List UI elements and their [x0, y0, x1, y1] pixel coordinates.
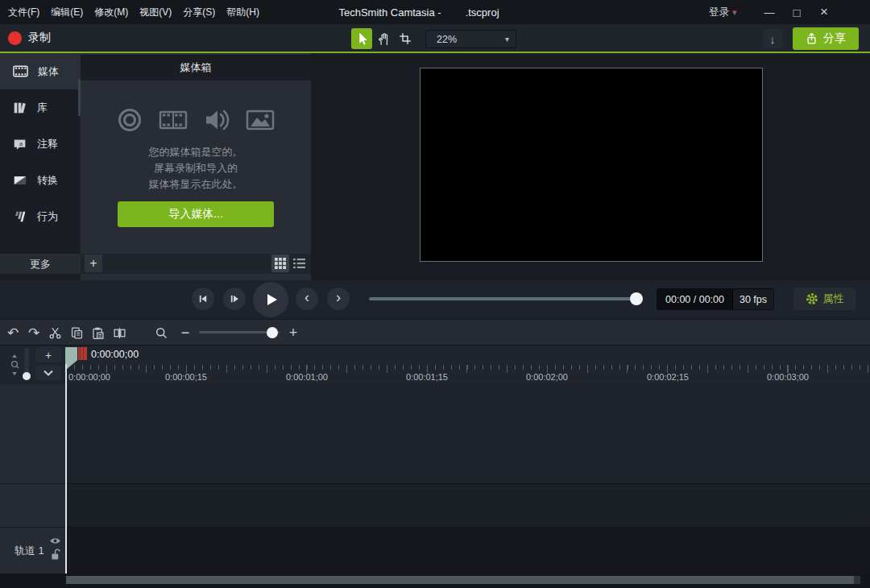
play-button[interactable]	[253, 282, 288, 317]
behavior-icon	[12, 209, 28, 225]
track-lock-icon[interactable]	[51, 549, 60, 561]
cut-button[interactable]	[45, 323, 64, 342]
track1-header[interactable]: 轨道 1	[0, 527, 66, 574]
cursor-tool-button[interactable]	[351, 28, 372, 49]
image-media-icon	[245, 106, 276, 135]
playhead-line[interactable]	[65, 364, 67, 574]
track-gutter-upper	[0, 385, 66, 483]
zoom-fit-icon[interactable]	[8, 354, 21, 376]
plus-icon: +	[289, 325, 298, 342]
close-button[interactable]: ×	[810, 0, 838, 24]
timeline-tracks: 轨道 1	[0, 385, 870, 574]
minimize-button[interactable]: —	[756, 0, 783, 24]
redo-button[interactable]: ↷	[24, 323, 44, 342]
sidebar-item-library[interactable]: 库	[0, 89, 81, 126]
timeline-ruler-area: + 0:00:00;00 0:00:00;00 0:00:00;15 0:00:…	[0, 345, 870, 385]
seek-slider[interactable]	[369, 297, 641, 300]
timeline-zoom-button[interactable]	[151, 323, 171, 342]
share-button[interactable]: 分享	[793, 27, 859, 50]
empty-line-3: 媒体将显示在此处。	[81, 176, 311, 193]
time-display: 00:00 / 00:00	[657, 288, 732, 310]
paste-icon	[91, 326, 105, 340]
track1-name[interactable]: 轨道 1	[14, 544, 44, 558]
add-media-button[interactable]: +	[85, 255, 102, 272]
menu-view[interactable]: 视图(V)	[134, 0, 177, 24]
chevron-left-icon: ‹	[304, 289, 309, 306]
sidebar-item-media[interactable]: 媒体	[0, 53, 81, 89]
playback-bar: ‹ › 00:00 / 00:00 30 fps 属性	[0, 280, 870, 319]
magnifier-icon	[155, 326, 168, 340]
timeline-zoom-out-button[interactable]: −	[176, 323, 195, 342]
sidebar-item-label: 库	[37, 101, 48, 115]
hscroll-thumb[interactable]	[66, 576, 854, 584]
zoom-caret-icon: ▾	[505, 35, 509, 43]
timeline-zoom-in-button[interactable]: +	[284, 323, 303, 342]
media-icon	[12, 63, 29, 80]
quick-export-button[interactable]: ↓	[763, 29, 782, 48]
previous-frame-button[interactable]	[192, 288, 214, 310]
jump-back-button[interactable]: ‹	[296, 288, 318, 310]
preview-canvas[interactable]	[420, 68, 763, 262]
track1-lane[interactable]	[66, 527, 870, 574]
menu-share[interactable]: 分享(S)	[177, 0, 221, 24]
playhead-flag-red[interactable]	[78, 347, 87, 360]
empty-line-2: 屏幕录制和导入的	[81, 160, 311, 176]
annotation-icon: a	[12, 136, 28, 152]
track-height-thumb[interactable]	[23, 372, 31, 380]
more-label: 更多	[30, 257, 51, 271]
track-lane-upper[interactable]	[66, 385, 870, 483]
add-track-button[interactable]: +	[35, 347, 61, 362]
hand-icon	[376, 31, 391, 46]
menu-help[interactable]: 帮助(H)	[221, 0, 265, 24]
copy-button[interactable]	[67, 323, 86, 342]
sidebar-item-behaviors[interactable]: 行为	[0, 198, 81, 234]
grid-view-button[interactable]	[271, 255, 289, 272]
pan-tool-button[interactable]	[373, 28, 394, 49]
plus-icon: +	[89, 256, 97, 271]
menu-file[interactable]: 文件(F)	[2, 0, 45, 24]
share-icon	[806, 32, 818, 45]
maximize-button[interactable]: □	[783, 0, 810, 24]
plus-icon: +	[45, 349, 52, 362]
sidebar-item-label: 注释	[37, 137, 58, 151]
window-title-project: .tscproj	[466, 6, 499, 19]
timeline-zoom-thumb[interactable]	[267, 327, 278, 338]
split-button[interactable]	[110, 323, 129, 342]
import-media-button[interactable]: 导入媒体...	[118, 201, 274, 227]
chevron-right-icon: ›	[336, 289, 341, 306]
editor-stage	[311, 53, 870, 280]
jump-forward-button[interactable]: ›	[327, 288, 350, 310]
seek-slider-thumb[interactable]	[630, 292, 643, 305]
collapse-tracks-button[interactable]	[35, 365, 61, 380]
login-button[interactable]: 登录	[709, 6, 729, 19]
minus-icon: −	[181, 325, 190, 342]
media-bin-panel: 媒体箱	[81, 53, 311, 280]
share-label: 分享	[823, 31, 846, 46]
ruler-label: 0:00:02;00	[526, 372, 568, 382]
properties-button[interactable]: 属性	[793, 288, 856, 310]
undo-button[interactable]: ↶	[3, 323, 23, 342]
track-lane-middle[interactable]	[66, 483, 870, 527]
ruler-label: 0:00:03;00	[767, 372, 809, 382]
sidebar-item-label: 媒体	[38, 64, 59, 79]
fps-display: 30 fps	[732, 288, 773, 310]
menu-modify[interactable]: 修改(M)	[89, 0, 134, 24]
record-button[interactable]: 录制	[8, 24, 51, 52]
media-bin-empty-text: 您的媒体箱是空的。 屏幕录制和导入的 媒体将显示在此处。	[81, 144, 311, 193]
track-visibility-icon[interactable]	[49, 536, 61, 545]
paste-button[interactable]	[88, 323, 107, 342]
sidebar-more-button[interactable]: 更多	[0, 254, 81, 274]
sidebar-item-transitions[interactable]: 转换	[0, 162, 81, 198]
canvas-zoom-dropdown[interactable]: 22% ▾	[425, 30, 516, 48]
step-forward-button[interactable]	[223, 288, 246, 310]
timeline-ruler[interactable]: 0:00:00;00 0:00:00;00 0:00:00;15 0:00:01…	[66, 346, 870, 386]
camtasia-window: 文件(F) 编辑(E) 修改(M) 视图(V) 分享(S) 帮助(H) Tech…	[0, 0, 870, 588]
crop-tool-button[interactable]	[395, 28, 416, 49]
tools-sidebar: 媒体 库 a 注释	[0, 53, 81, 280]
menu-edit[interactable]: 编辑(E)	[45, 0, 89, 24]
login-caret-icon[interactable]: ▾	[732, 7, 737, 18]
list-view-button[interactable]	[290, 255, 308, 272]
import-media-label: 导入媒体...	[168, 207, 223, 222]
sidebar-item-annotations[interactable]: a 注释	[0, 126, 81, 162]
ruler-label: 0:00:00;00	[68, 372, 110, 382]
